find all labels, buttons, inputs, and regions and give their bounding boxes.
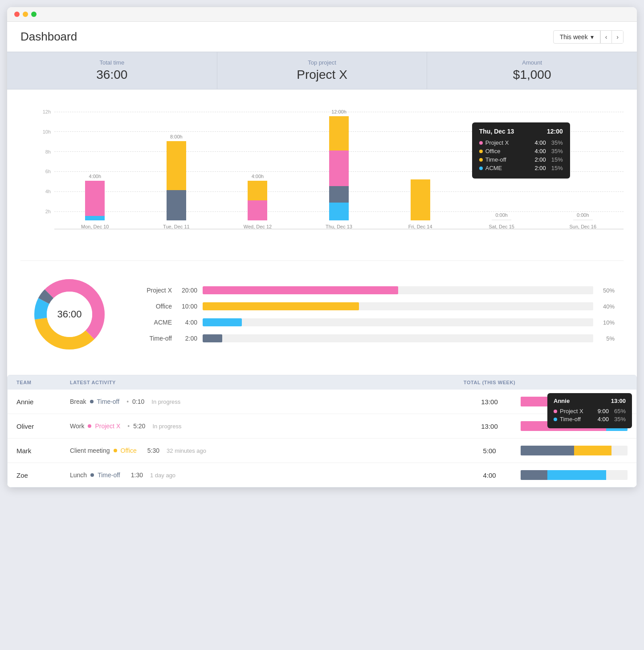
team-total-oliver: 13:00 xyxy=(458,422,521,430)
breakdown-time-timeoff: 2:00 xyxy=(177,335,197,342)
tooltip-name-timeoff: Time-off xyxy=(485,156,527,163)
activity-type-mark: Client meeting xyxy=(70,447,110,454)
grid-label-6h: 6h xyxy=(38,169,51,174)
team-tooltip-time-projectx: 9:00 xyxy=(593,408,609,414)
grid-label-10h: 10h xyxy=(38,129,51,134)
bar-segment-office-thu xyxy=(329,150,349,186)
week-selector[interactable]: This week ▾ ‹ › xyxy=(553,30,624,44)
activity-time-annie: 0:10 xyxy=(132,398,144,405)
team-activity-mark: Client meeting Office 5:30 32 minutes ag… xyxy=(70,447,458,454)
bar-stack-tue[interactable] xyxy=(167,141,186,220)
bars-area: 4:00h Mon, Dec 10 8:00h Tue, Dec 11 xyxy=(54,109,624,229)
activity-tag-annie: Time-off xyxy=(97,398,120,405)
bar-group-fri: Fri, Dec 14 xyxy=(379,109,461,229)
breakdown-name-acme: ACME xyxy=(136,319,172,326)
activity-dot-mark xyxy=(114,449,117,452)
next-week-button[interactable]: › xyxy=(611,31,623,43)
tooltip-pct-acme: 15% xyxy=(549,165,563,171)
bar-chart-section: 12h 10h 8h 6h 4h xyxy=(7,89,637,260)
app-window: Dashboard This week ▾ ‹ › Total time 36:… xyxy=(7,7,637,488)
team-total-annie: 13:00 xyxy=(458,398,521,406)
header: Dashboard This week ▾ ‹ › xyxy=(7,22,637,52)
stat-top-project: Top project Project X xyxy=(217,52,428,89)
activity-time-mark: 5:30 xyxy=(147,447,159,454)
grid-label-4h: 4h xyxy=(38,189,51,194)
breakdown-time-projectx: 20:00 xyxy=(177,287,197,294)
tooltip-time-timeoff: 2:00 xyxy=(530,156,546,163)
bar-stack-thu[interactable] xyxy=(329,116,349,220)
tooltip-row-timeoff: Time-off 2:00 15% xyxy=(479,156,563,163)
bar-segment-projectx-wed xyxy=(248,200,267,220)
breakdown-pct-office: 40% xyxy=(599,303,615,310)
activity-time-zoe: 1:30 xyxy=(131,471,143,479)
tooltip-time-office: 4:00 xyxy=(530,148,546,154)
team-tooltip-name-timeoff: Time-off xyxy=(560,416,590,422)
tooltip-dot-office xyxy=(479,150,483,153)
bar-xlabel-thu: Thu, Dec 13 xyxy=(326,224,352,229)
breakdown-bar-bg-acme xyxy=(203,318,593,326)
breakdown-pct-acme: 10% xyxy=(599,319,615,326)
stat-amount-label: Amount xyxy=(436,59,628,66)
tooltip-name-office: Office xyxy=(485,148,527,154)
team-member-oliver: Oliver xyxy=(16,422,70,430)
maximize-dot[interactable] xyxy=(31,12,37,17)
minimize-dot[interactable] xyxy=(23,12,28,17)
breakdown-name-timeoff: Time-off xyxy=(136,335,172,342)
breakdown-bars: Project X 20:00 50% Office 10:00 40% ACM… xyxy=(136,286,615,342)
bar-group-wed: 4:00h Wed, Dec 12 xyxy=(217,109,298,229)
team-row-zoe: Zoe Lunch Time-off 1:30 1 day ago 4:00 xyxy=(8,463,636,487)
bar-segment-office-tue xyxy=(167,141,186,190)
breakdown-bar-bg-timeoff xyxy=(203,334,593,342)
team-bar-stack-mark xyxy=(521,446,628,455)
team-bar-area-mark xyxy=(521,446,628,455)
prev-week-button[interactable]: ‹ xyxy=(600,31,612,43)
tooltip-row-office: Office 4:00 35% xyxy=(479,148,563,154)
team-tooltip-time-timeoff: 4:00 xyxy=(593,416,609,422)
bar-label-wed: 4:00h xyxy=(252,174,264,179)
team-row-annie: Annie Break Time-off • 0:10 In progress … xyxy=(8,390,636,414)
bar-group-mon: 4:00h Mon, Dec 10 xyxy=(54,109,136,229)
activity-status-zoe: 1 day ago xyxy=(150,472,175,479)
bar-label-sun: 0:00h xyxy=(577,212,589,218)
team-bar-segment-office-mark xyxy=(574,446,611,455)
team-member-mark: Mark xyxy=(16,447,70,455)
breakdown-row-timeoff: Time-off 2:00 5% xyxy=(136,334,615,342)
activity-dot-oliver xyxy=(88,424,91,428)
team-activity-annie: Break Time-off • 0:10 In progress xyxy=(70,398,458,405)
team-bar-segment-blue-zoe xyxy=(547,470,606,480)
bar-chart: 12h 10h 8h 6h 4h xyxy=(20,100,624,252)
tooltip-name-projectx: Project X xyxy=(485,139,527,146)
bar-stack-wed[interactable] xyxy=(248,181,267,220)
tooltip-day: Thu, Dec 13 xyxy=(479,128,514,135)
activity-dot-zoe xyxy=(90,473,94,477)
close-dot[interactable] xyxy=(14,12,20,17)
tooltip-pct-projectx: 35% xyxy=(549,139,563,146)
tooltip-time-acme: 2:00 xyxy=(530,165,546,171)
bar-stack-fri[interactable] xyxy=(411,179,430,220)
breakdown-bar-fill-acme xyxy=(203,318,242,326)
team-row-oliver: Oliver Work Project X • 5:20 In progress… xyxy=(8,414,636,439)
bar-segment-timeoff-thu xyxy=(329,186,349,203)
activity-status-annie: In progress xyxy=(151,398,180,405)
breakdown-bar-bg-office xyxy=(203,302,593,310)
activity-bullet-oliver: • xyxy=(127,422,130,430)
breakdown-name-projectx: Project X xyxy=(136,287,172,294)
breakdown-pct-timeoff: 5% xyxy=(599,335,615,342)
breakdown-time-office: 10:00 xyxy=(177,303,197,310)
tooltip-time-projectx: 4:00 xyxy=(530,139,546,146)
stat-total-time-value: 36:00 xyxy=(16,68,208,82)
bar-segment-acme-mon xyxy=(85,216,105,220)
stat-top-project-label: Top project xyxy=(226,59,418,66)
week-label-text: This week xyxy=(560,33,588,41)
bar-group-thu: 12:00h Thu, Dec 13 Thu, Dec 13 12:00 xyxy=(298,109,380,229)
activity-tag-zoe: Time-off xyxy=(98,471,120,479)
week-label[interactable]: This week ▾ xyxy=(554,31,600,43)
bar-stack-sat xyxy=(492,219,511,220)
breakdown-row-acme: ACME 4:00 10% xyxy=(136,318,615,326)
team-activity-oliver: Work Project X • 5:20 In progress xyxy=(70,422,458,430)
bar-stack-mon[interactable] xyxy=(85,181,105,220)
team-section: TEAM LATEST ACTIVITY TOTAL (THIS WEEK) A… xyxy=(7,375,637,488)
team-row-mark: Mark Client meeting Office 5:30 32 minut… xyxy=(8,439,636,463)
activity-dot-annie xyxy=(90,400,94,403)
team-tooltip-dot-projectx xyxy=(554,410,557,413)
